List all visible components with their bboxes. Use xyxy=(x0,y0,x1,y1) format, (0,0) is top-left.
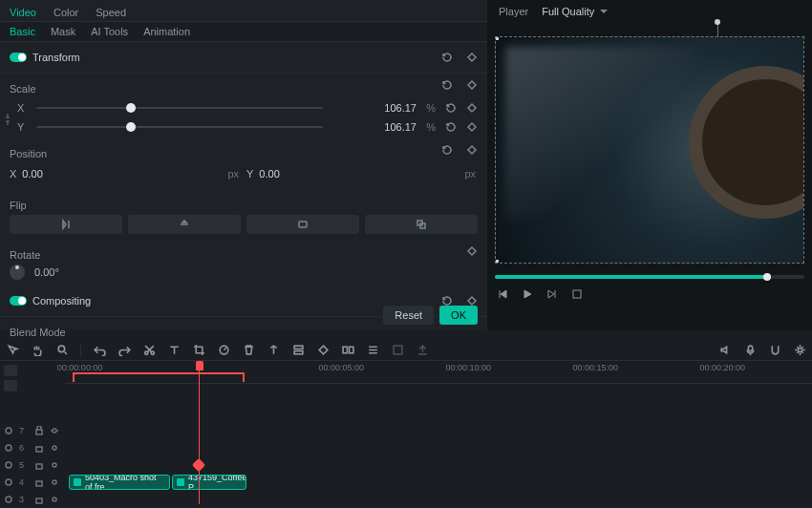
tab-video[interactable]: Video xyxy=(10,7,36,18)
tl-text-icon[interactable] xyxy=(167,344,181,357)
subtab-basic[interactable]: Basic xyxy=(10,26,35,37)
pos-x-input[interactable]: 0.00 xyxy=(22,168,79,180)
track-head-3[interactable]: 3 xyxy=(0,491,65,508)
svg-point-17 xyxy=(53,429,56,433)
timeline-zoom-fit[interactable] xyxy=(4,365,17,376)
playhead[interactable] xyxy=(196,361,203,370)
rotate-knob[interactable] xyxy=(10,265,25,280)
tl-snap-icon[interactable] xyxy=(768,344,781,357)
time-3: 00:00:15:00 xyxy=(572,363,618,372)
svg-rect-22 xyxy=(36,464,42,469)
flip-horizontal-button[interactable] xyxy=(10,215,122,234)
transform-toggle[interactable] xyxy=(10,53,27,62)
quality-selector[interactable]: Full Quality xyxy=(542,6,608,17)
svg-rect-25 xyxy=(36,481,42,486)
ok-button[interactable]: OK xyxy=(439,306,478,325)
time-2: 00:00:10:00 xyxy=(445,363,491,372)
tl-select-tool[interactable] xyxy=(6,344,19,357)
clip-icon xyxy=(74,478,81,486)
keyframe-scale-icon[interactable] xyxy=(466,79,478,91)
scale-y-value[interactable]: 106.17 xyxy=(384,121,417,133)
blend-mode-label: Blend Mode xyxy=(10,327,478,338)
scale-label: Scale xyxy=(10,83,478,95)
flip-option-3-button[interactable] xyxy=(246,215,359,234)
tl-align-icon[interactable] xyxy=(366,344,379,357)
scale-x-value[interactable]: 106.17 xyxy=(384,102,417,114)
flip-label: Flip xyxy=(10,200,478,211)
pos-y-label: Y xyxy=(246,168,253,180)
track-4[interactable]: 50403_Macro shot of fre 437159_Coffee P xyxy=(65,474,812,491)
time-4: 00:00:20:00 xyxy=(699,363,745,372)
reset-scale-x-icon[interactable] xyxy=(445,102,457,114)
tl-crop-icon[interactable] xyxy=(192,344,205,357)
play-button[interactable] xyxy=(520,286,535,302)
flip-option-4-button[interactable] xyxy=(365,215,478,234)
tl-redo-icon[interactable] xyxy=(118,344,131,357)
tl-undo-icon[interactable] xyxy=(93,344,106,357)
svg-point-23 xyxy=(53,463,56,467)
player-label: Player xyxy=(499,6,528,17)
tl-mic-icon[interactable] xyxy=(743,344,757,357)
timeline-ruler[interactable]: 00:00:00:00 00:00:05:00 00:00:10:00 00:0… xyxy=(65,361,812,384)
tab-color[interactable]: Color xyxy=(53,7,78,18)
player-progress[interactable] xyxy=(495,275,804,279)
keyframe-transform-icon[interactable] xyxy=(466,52,478,63)
chevron-down-icon xyxy=(600,10,608,13)
scale-x-slider[interactable] xyxy=(36,107,323,109)
flip-vertical-button[interactable] xyxy=(128,215,241,234)
keyframe-scale-y-icon[interactable] xyxy=(466,121,478,133)
subtab-animation[interactable]: Animation xyxy=(143,26,190,37)
time-0: 00:00:00:00 xyxy=(57,363,103,372)
tl-zoom-tool[interactable] xyxy=(55,344,69,357)
compositing-title: Compositing xyxy=(32,295,91,307)
reset-scale-y-icon[interactable] xyxy=(445,121,457,133)
track-7[interactable] xyxy=(65,422,812,439)
prev-frame-button[interactable] xyxy=(495,286,510,302)
svg-rect-19 xyxy=(36,447,42,452)
svg-rect-13 xyxy=(748,346,752,350)
track-head-7[interactable]: 7 xyxy=(0,422,65,439)
scale-y-slider[interactable] xyxy=(36,126,323,128)
track-head-5[interactable]: 5 xyxy=(0,456,65,474)
track-head-6[interactable]: 6 xyxy=(0,439,65,456)
tl-keyframe-icon[interactable] xyxy=(316,344,330,357)
svg-point-26 xyxy=(53,480,56,484)
subtab-mask[interactable]: Mask xyxy=(51,26,75,37)
rotate-value[interactable]: 0.00° xyxy=(34,266,59,278)
next-frame-button[interactable] xyxy=(545,286,560,302)
tl-marker-icon[interactable] xyxy=(267,344,280,357)
reset-button[interactable]: Reset xyxy=(383,306,434,325)
tl-settings-icon[interactable] xyxy=(793,344,806,357)
reset-scale-icon[interactable] xyxy=(441,79,453,91)
svg-point-21 xyxy=(6,462,11,468)
keyframe-rotate-icon[interactable] xyxy=(466,245,478,257)
subtab-aitools[interactable]: AI Tools xyxy=(91,26,128,37)
reset-transform-icon[interactable] xyxy=(441,52,453,63)
tl-speed-icon[interactable] xyxy=(217,344,230,357)
time-1: 00:00:05:00 xyxy=(319,363,365,372)
tab-speed[interactable]: Speed xyxy=(96,7,126,18)
track-head-4[interactable]: 4 xyxy=(0,474,65,491)
track-6[interactable] xyxy=(65,439,812,456)
svg-rect-0 xyxy=(299,222,307,227)
keyframe-scale-x-icon[interactable] xyxy=(466,102,478,114)
tl-track-icon[interactable] xyxy=(291,344,305,357)
tl-cut-icon[interactable] xyxy=(142,344,156,357)
clip-1[interactable]: 50403_Macro shot of fre xyxy=(69,475,170,490)
stop-button[interactable] xyxy=(569,286,585,302)
tl-group-icon[interactable] xyxy=(341,344,354,357)
tl-delete-icon[interactable] xyxy=(242,344,255,357)
pos-y-input[interactable]: 0.00 xyxy=(259,168,316,180)
reset-position-icon[interactable] xyxy=(441,144,453,156)
svg-point-27 xyxy=(6,497,11,502)
preview-canvas[interactable] xyxy=(495,36,804,264)
track-3[interactable] xyxy=(65,491,812,508)
clip-2[interactable]: 437159_Coffee P xyxy=(172,475,246,490)
compositing-toggle[interactable] xyxy=(10,296,27,306)
svg-rect-3 xyxy=(573,290,581,298)
keyframe-position-icon[interactable] xyxy=(466,144,478,156)
tl-hand-tool[interactable] xyxy=(31,344,44,357)
track-5[interactable] xyxy=(65,456,812,474)
svg-rect-16 xyxy=(36,430,42,434)
tl-audio-icon[interactable] xyxy=(718,344,732,357)
